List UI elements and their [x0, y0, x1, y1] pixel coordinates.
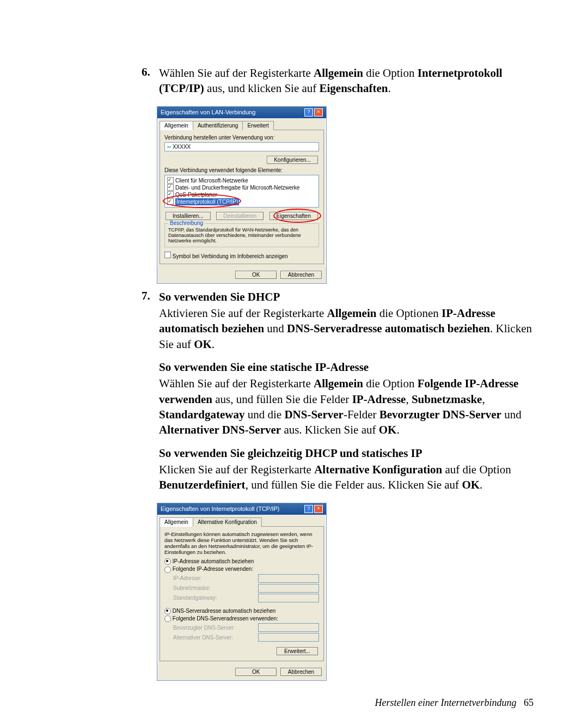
group-label: Beschreibung — [168, 220, 205, 226]
step-text: Wählen Sie auf der Registerkarte Allgeme… — [159, 65, 534, 96]
adapter-icon: ▪▪ — [167, 144, 171, 150]
ip-field — [258, 574, 319, 583]
tcpip-item[interactable]: Internetprotokoll (TCP/IP) — [175, 198, 239, 205]
titlebar: Eigenschaften von LAN-Verbindung ? × — [157, 107, 326, 118]
connect-label: Verbindung herstellen unter Verwendung v… — [164, 135, 319, 141]
window-title: Eigenschaften von LAN-Verbindung — [161, 109, 255, 115]
page-footer: Herstellen einer Internetverbindung 65 — [142, 697, 534, 709]
tabs: Allgemein Authentifizierung Erweitert — [160, 120, 324, 130]
radio-static-ip[interactable] — [164, 566, 171, 573]
cancel-button[interactable]: Abbrechen — [280, 271, 322, 279]
checkbox-icon[interactable] — [167, 198, 174, 205]
help-icon[interactable]: ? — [304, 505, 313, 513]
ip-label: IP-Adresse: — [173, 575, 201, 581]
screenshot-tcpip-properties: Eigenschaften von Internetprotokoll (TCP… — [157, 503, 327, 681]
heading-static: So verwenden Sie eine statische IP-Adres… — [159, 359, 534, 375]
components-list[interactable]: Client für Microsoft-Netzwerke Datei- un… — [164, 175, 319, 208]
dns1-label: Bevorzugter DNS-Server: — [173, 625, 235, 631]
adapter-field[interactable]: ▪▪ XXXXX — [164, 142, 319, 151]
install-button[interactable]: Installieren... — [166, 212, 211, 220]
paragraph: Aktivieren Sie auf der Registerkarte All… — [159, 306, 534, 352]
dns2-field — [258, 633, 319, 642]
tab-auth[interactable]: Authentifizierung — [193, 121, 243, 130]
adapter-name: XXXXX — [173, 144, 191, 150]
show-icon-label: Symbol bei Verbindung im Infobereich anz… — [173, 253, 288, 259]
mask-label: Subnetzmaske: — [173, 585, 211, 591]
mask-field — [258, 584, 319, 593]
tab-panel: IP-Einstellungen können automatisch zuge… — [160, 526, 324, 661]
close-icon[interactable]: × — [314, 108, 323, 117]
screenshot-lan-properties: Eigenschaften von LAN-Verbindung ? × All… — [157, 106, 327, 284]
step-text: So verwenden Sie DHCP Aktivieren Sie auf… — [159, 289, 534, 493]
step-7: 7. So verwenden Sie DHCP Aktivieren Sie … — [142, 289, 534, 493]
description-group: Beschreibung TCP/IP, das Standardprotoko… — [164, 223, 319, 247]
dns2-label: Alternativer DNS-Server: — [173, 635, 233, 641]
radio-static-dns[interactable] — [164, 616, 171, 622]
titlebar: Eigenschaften von Internetprotokoll (TCP… — [157, 503, 326, 515]
checkbox-icon[interactable] — [167, 191, 174, 198]
page-number: 65 — [524, 697, 534, 708]
checkbox-icon[interactable] — [167, 184, 174, 191]
paragraph: Wählen Sie auf der Registerkarte Allgeme… — [159, 376, 534, 437]
intro-text: IP-Einstellungen können automatisch zuge… — [164, 531, 319, 555]
window-title: Eigenschaften von Internetprotokoll (TCP… — [161, 505, 279, 512]
configure-button[interactable]: Konfigurieren... — [267, 156, 318, 164]
help-icon[interactable]: ? — [304, 108, 313, 117]
radio-auto-ip[interactable] — [164, 558, 171, 565]
step-number: 7. — [142, 289, 157, 303]
ok-button[interactable]: OK — [235, 271, 277, 279]
gateway-field — [258, 594, 319, 602]
close-icon[interactable]: × — [314, 505, 323, 513]
tab-panel: Verbindung herstellen unter Verwendung v… — [160, 130, 324, 264]
tab-altconfig[interactable]: Alternative Konfiguration — [193, 517, 262, 527]
step-6: 6. Wählen Sie auf der Registerkarte Allg… — [142, 65, 534, 96]
uses-label: Diese Verbindung verwendet folgende Elem… — [164, 167, 319, 173]
dns1-field — [258, 623, 319, 632]
tab-allgemein[interactable]: Allgemein — [160, 121, 193, 130]
heading-both: So verwenden Sie gleichzeitig DHCP und s… — [159, 446, 534, 461]
step-number: 6. — [142, 65, 157, 79]
description-text: TCP/IP, das Standardprotokoll für WAN-Ne… — [168, 227, 315, 243]
show-icon-checkbox[interactable] — [164, 252, 171, 258]
footer-title: Herstellen einer Internetverbindung — [375, 697, 517, 708]
tab-erweitert[interactable]: Erweitert — [242, 121, 273, 130]
advanced-button[interactable]: Erweitert... — [277, 647, 318, 655]
uninstall-button: Deinstallieren — [216, 212, 264, 220]
gateway-label: Standardgateway: — [173, 595, 217, 601]
checkbox-icon[interactable] — [167, 177, 174, 184]
properties-button[interactable]: Eigenschaften — [270, 212, 318, 220]
ok-button[interactable]: OK — [235, 668, 277, 676]
heading-dhcp: So verwenden Sie DHCP — [159, 289, 534, 304]
paragraph: Klicken Sie auf der Registerkarte Altern… — [159, 462, 534, 493]
cancel-button[interactable]: Abbrechen — [280, 668, 322, 676]
tab-allgemein[interactable]: Allgemein — [160, 517, 193, 527]
page-content: 6. Wählen Sie auf der Registerkarte Allg… — [0, 0, 588, 713]
radio-auto-dns[interactable] — [164, 608, 171, 614]
tabs: Allgemein Alternative Konfiguration — [160, 517, 324, 526]
